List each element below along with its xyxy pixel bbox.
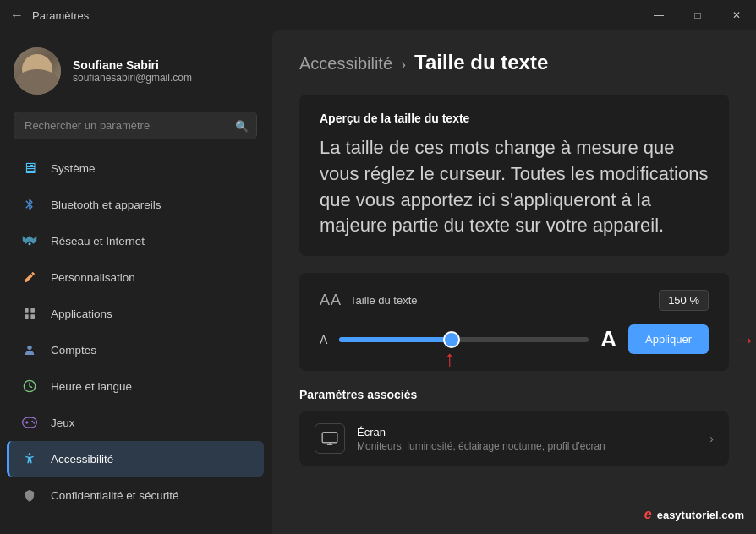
games-icon bbox=[20, 413, 39, 432]
breadcrumb: Accessibilité bbox=[299, 54, 392, 74]
breadcrumb-separator: › bbox=[401, 56, 406, 74]
ecran-icon bbox=[315, 423, 345, 454]
sidebar-item-accessibilite[interactable]: Accessibilité bbox=[7, 441, 264, 477]
slider-value: 150 % bbox=[659, 290, 709, 311]
sidebar-item-applications[interactable]: Applications bbox=[7, 296, 264, 331]
nav-label-jeux: Jeux bbox=[51, 417, 75, 429]
nav-label-personnalisation: Personnalisation bbox=[51, 271, 135, 284]
search-icon: 🔍 bbox=[235, 119, 249, 132]
user-name: Soufiane Sabiri bbox=[73, 58, 192, 72]
preview-card: Aperçu de la taille du texte La taille d… bbox=[299, 95, 729, 256]
minimize-button[interactable]: — bbox=[639, 0, 678, 30]
related-settings: Paramètres associés Écran Moniteurs, lum… bbox=[299, 388, 729, 466]
sidebar: Soufiane Sabiri soufianesabiri@gmail.com… bbox=[0, 30, 271, 534]
slider-header: AA Taille du texte 150 % bbox=[320, 290, 709, 311]
system-icon: 🖥 bbox=[20, 159, 39, 177]
user-email: soufianesabiri@gmail.com bbox=[73, 72, 192, 84]
accessibility-icon bbox=[20, 450, 39, 468]
page-title: Taille du texte bbox=[414, 51, 548, 74]
watermark: e easytutoriel.com bbox=[644, 507, 744, 522]
bluetooth-icon bbox=[20, 195, 39, 214]
preview-card-title: Aperçu de la taille du texte bbox=[320, 112, 709, 125]
avatar bbox=[14, 47, 61, 95]
page-header: Accessibilité › Taille du texte bbox=[299, 51, 729, 74]
slider-track[interactable] bbox=[339, 337, 589, 342]
time-icon bbox=[20, 377, 39, 395]
slider-fill bbox=[339, 337, 452, 342]
sidebar-item-personnalisation[interactable]: Personnalisation bbox=[7, 259, 264, 295]
titlebar: ← Paramètres — □ ✕ bbox=[0, 0, 756, 30]
network-icon bbox=[20, 232, 39, 250]
related-title: Paramètres associés bbox=[299, 388, 729, 401]
preview-text: La taille de ces mots change à mesure qu… bbox=[320, 135, 709, 239]
related-item-ecran[interactable]: Écran Moniteurs, luminosité, éclairage n… bbox=[299, 411, 729, 466]
sidebar-item-systeme[interactable]: 🖥 Système bbox=[7, 150, 264, 186]
nav-list: 🖥 Système Bluetooth et appareils Réseau … bbox=[0, 150, 271, 514]
close-button[interactable]: ✕ bbox=[717, 0, 756, 30]
sidebar-item-heure[interactable]: Heure et langue bbox=[7, 368, 264, 404]
nav-label-confidentialite: Confidentialité et sécurité bbox=[51, 489, 179, 502]
svg-rect-1 bbox=[25, 308, 29, 313]
up-arrow-icon: ↑ bbox=[444, 347, 455, 369]
apps-icon bbox=[20, 304, 39, 323]
slider-track-container: ↑ bbox=[339, 337, 589, 342]
accounts-icon bbox=[20, 341, 39, 359]
content-area: Accessibilité › Taille du texte Aperçu d… bbox=[272, 30, 756, 534]
svg-point-0 bbox=[29, 242, 31, 245]
titlebar-title: Paramètres bbox=[32, 9, 89, 22]
personalization-icon bbox=[20, 268, 39, 286]
sidebar-item-jeux[interactable]: Jeux bbox=[7, 405, 264, 440]
sidebar-item-comptes[interactable]: Comptes bbox=[7, 332, 264, 368]
slider-title: Taille du texte bbox=[350, 294, 418, 307]
svg-point-5 bbox=[27, 346, 31, 350]
slider-label-area: AA Taille du texte bbox=[320, 292, 418, 309]
nav-label-bluetooth: Bluetooth et appareils bbox=[51, 199, 162, 211]
related-item-info: Écran Moniteurs, luminosité, éclairage n… bbox=[357, 426, 698, 452]
window-controls: — □ ✕ bbox=[639, 0, 756, 30]
nav-label-accessibilite: Accessibilité bbox=[51, 453, 113, 466]
privacy-icon bbox=[20, 486, 39, 504]
svg-point-10 bbox=[31, 421, 33, 422]
main-container: Soufiane Sabiri soufianesabiri@gmail.com… bbox=[0, 30, 756, 534]
watermark-icon: e bbox=[644, 507, 652, 522]
sidebar-item-confidentialite[interactable]: Confidentialité et sécurité bbox=[7, 477, 264, 513]
apply-button-container: Appliquer → bbox=[628, 324, 709, 354]
related-item-name: Écran bbox=[357, 426, 698, 439]
sidebar-item-reseau[interactable]: Réseau et Internet bbox=[7, 223, 264, 259]
svg-rect-2 bbox=[30, 308, 35, 313]
sidebar-item-bluetooth[interactable]: Bluetooth et appareils bbox=[7, 187, 264, 222]
nav-label-heure: Heure et langue bbox=[51, 380, 132, 393]
search-container: 🔍 bbox=[14, 112, 257, 139]
user-profile[interactable]: Soufiane Sabiri soufianesabiri@gmail.com bbox=[0, 30, 271, 108]
svg-rect-9 bbox=[26, 421, 27, 424]
svg-point-11 bbox=[33, 422, 35, 424]
related-item-desc: Moniteurs, luminosité, éclairage nocturn… bbox=[357, 440, 698, 452]
chevron-right-icon: › bbox=[709, 432, 714, 445]
slider-row: A ↑ A Appliquer → bbox=[320, 324, 709, 354]
nav-label-comptes: Comptes bbox=[51, 344, 96, 357]
right-arrow-icon: → bbox=[734, 329, 756, 351]
nav-label-reseau: Réseau et Internet bbox=[51, 235, 145, 248]
watermark-text: easytutoriel.com bbox=[657, 509, 744, 521]
svg-rect-3 bbox=[25, 314, 29, 319]
maximize-button[interactable]: □ bbox=[678, 0, 717, 30]
apply-button[interactable]: Appliquer bbox=[628, 324, 709, 354]
nav-label-systeme: Système bbox=[51, 162, 96, 175]
slider-section: AA Taille du texte 150 % A ↑ A Appliq bbox=[299, 273, 729, 371]
nav-label-applications: Applications bbox=[51, 308, 112, 320]
slider-aa-label: AA bbox=[320, 292, 342, 309]
user-info: Soufiane Sabiri soufianesabiri@gmail.com bbox=[73, 58, 192, 84]
svg-point-12 bbox=[29, 453, 31, 455]
slider-small-a: A bbox=[320, 333, 327, 346]
search-input[interactable] bbox=[14, 112, 257, 139]
svg-rect-13 bbox=[322, 433, 337, 443]
back-button[interactable]: ← bbox=[10, 8, 24, 23]
slider-large-a: A bbox=[600, 326, 616, 352]
svg-rect-4 bbox=[30, 314, 35, 319]
